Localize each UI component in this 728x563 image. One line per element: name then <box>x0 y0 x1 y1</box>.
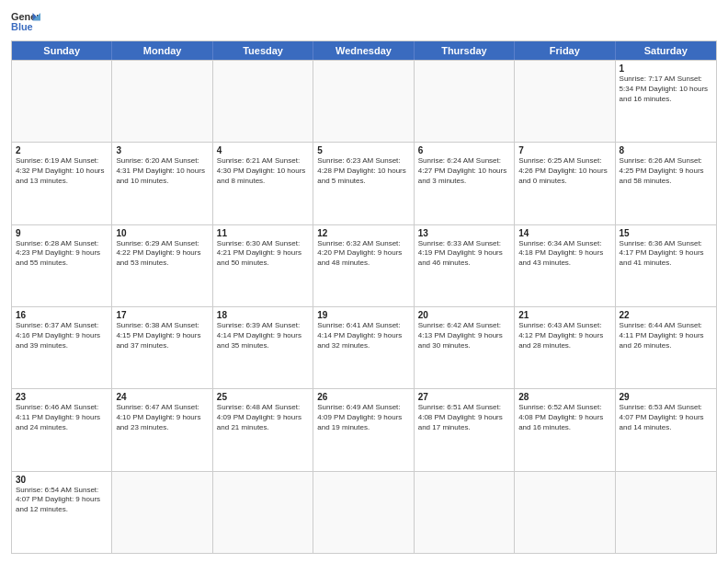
day-info: Sunrise: 6:29 AM Sunset: 4:22 PM Dayligh… <box>116 239 208 269</box>
day-cell: 10Sunrise: 6:29 AM Sunset: 4:22 PM Dayli… <box>112 225 212 306</box>
day-info: Sunrise: 6:33 AM Sunset: 4:19 PM Dayligh… <box>418 239 510 269</box>
day-cell <box>313 61 414 142</box>
day-info: Sunrise: 6:47 AM Sunset: 4:10 PM Dayligh… <box>116 403 208 432</box>
day-info: Sunrise: 6:51 AM Sunset: 4:08 PM Dayligh… <box>418 403 510 432</box>
day-info: Sunrise: 6:53 AM Sunset: 4:07 PM Dayligh… <box>620 403 712 432</box>
day-info: Sunrise: 6:25 AM Sunset: 4:26 PM Dayligh… <box>518 156 610 186</box>
day-info: Sunrise: 6:28 AM Sunset: 4:23 PM Dayligh… <box>16 239 108 269</box>
day-info: Sunrise: 6:39 AM Sunset: 4:14 PM Dayligh… <box>217 321 309 350</box>
day-cell: 9Sunrise: 6:28 AM Sunset: 4:23 PM Daylig… <box>12 225 112 306</box>
day-number: 25 <box>217 392 309 402</box>
day-info: Sunrise: 6:41 AM Sunset: 4:14 PM Dayligh… <box>317 321 409 350</box>
day-header-wednesday: Wednesday <box>313 41 414 60</box>
day-cell: 26Sunrise: 6:49 AM Sunset: 4:09 PM Dayli… <box>313 389 414 470</box>
day-cell: 20Sunrise: 6:42 AM Sunset: 4:13 PM Dayli… <box>415 307 515 388</box>
day-number: 21 <box>518 310 610 320</box>
day-info: Sunrise: 6:21 AM Sunset: 4:30 PM Dayligh… <box>217 156 309 186</box>
day-number: 18 <box>217 310 309 320</box>
day-info: Sunrise: 6:19 AM Sunset: 4:32 PM Dayligh… <box>16 156 108 186</box>
day-cell <box>112 472 212 553</box>
day-number: 26 <box>317 392 409 402</box>
day-cell: 3Sunrise: 6:20 AM Sunset: 4:31 PM Daylig… <box>112 143 212 224</box>
day-info: Sunrise: 6:20 AM Sunset: 4:31 PM Dayligh… <box>116 156 208 186</box>
day-cell: 16Sunrise: 6:37 AM Sunset: 4:16 PM Dayli… <box>12 307 112 388</box>
day-number: 2 <box>16 145 108 155</box>
calendar-body: 1Sunrise: 7:17 AM Sunset: 5:34 PM Daylig… <box>12 60 716 553</box>
day-cell: 1Sunrise: 7:17 AM Sunset: 5:34 PM Daylig… <box>616 61 716 142</box>
day-number: 11 <box>217 228 309 238</box>
logo: General Blue <box>11 9 40 35</box>
day-header-tuesday: Tuesday <box>213 41 313 60</box>
day-cell: 21Sunrise: 6:43 AM Sunset: 4:12 PM Dayli… <box>515 307 615 388</box>
day-info: Sunrise: 6:37 AM Sunset: 4:16 PM Dayligh… <box>16 321 108 350</box>
day-cell: 22Sunrise: 6:44 AM Sunset: 4:11 PM Dayli… <box>616 307 716 388</box>
day-cell: 12Sunrise: 6:32 AM Sunset: 4:20 PM Dayli… <box>313 225 414 306</box>
day-number: 16 <box>16 310 108 320</box>
day-number: 17 <box>116 310 208 320</box>
week-row-3: 9Sunrise: 6:28 AM Sunset: 4:23 PM Daylig… <box>12 224 716 306</box>
day-cell: 17Sunrise: 6:38 AM Sunset: 4:15 PM Dayli… <box>112 307 212 388</box>
week-row-2: 2Sunrise: 6:19 AM Sunset: 4:32 PM Daylig… <box>12 142 716 224</box>
day-info: Sunrise: 6:34 AM Sunset: 4:18 PM Dayligh… <box>518 239 610 269</box>
day-number: 24 <box>116 392 208 402</box>
day-number: 19 <box>317 310 409 320</box>
day-cell: 15Sunrise: 6:36 AM Sunset: 4:17 PM Dayli… <box>616 225 716 306</box>
day-cell <box>515 61 615 142</box>
day-header-friday: Friday <box>515 41 615 60</box>
day-info: Sunrise: 6:46 AM Sunset: 4:11 PM Dayligh… <box>16 403 108 432</box>
day-cell: 25Sunrise: 6:48 AM Sunset: 4:09 PM Dayli… <box>213 389 313 470</box>
logo-icon: General Blue <box>11 9 40 35</box>
day-cell <box>616 472 716 553</box>
week-row-1: 1Sunrise: 7:17 AM Sunset: 5:34 PM Daylig… <box>12 60 716 142</box>
day-cell: 28Sunrise: 6:52 AM Sunset: 4:08 PM Dayli… <box>515 389 615 470</box>
day-info: Sunrise: 6:24 AM Sunset: 4:27 PM Dayligh… <box>418 156 510 186</box>
day-info: Sunrise: 6:49 AM Sunset: 4:09 PM Dayligh… <box>317 403 409 432</box>
day-info: Sunrise: 6:36 AM Sunset: 4:17 PM Dayligh… <box>620 239 712 269</box>
day-number: 13 <box>418 228 510 238</box>
day-info: Sunrise: 6:48 AM Sunset: 4:09 PM Dayligh… <box>217 403 309 432</box>
day-number: 9 <box>16 228 108 238</box>
day-info: Sunrise: 7:17 AM Sunset: 5:34 PM Dayligh… <box>620 75 712 104</box>
day-number: 30 <box>16 475 108 485</box>
day-header-thursday: Thursday <box>415 41 515 60</box>
day-cell: 14Sunrise: 6:34 AM Sunset: 4:18 PM Dayli… <box>515 225 615 306</box>
day-cell <box>415 61 515 142</box>
day-number: 7 <box>518 145 610 155</box>
day-cell: 4Sunrise: 6:21 AM Sunset: 4:30 PM Daylig… <box>213 143 313 224</box>
day-number: 28 <box>518 392 610 402</box>
day-cell: 5Sunrise: 6:23 AM Sunset: 4:28 PM Daylig… <box>313 143 414 224</box>
day-info: Sunrise: 6:42 AM Sunset: 4:13 PM Dayligh… <box>418 321 510 350</box>
day-number: 6 <box>418 145 510 155</box>
day-cell <box>12 61 112 142</box>
day-number: 20 <box>418 310 510 320</box>
day-cell: 29Sunrise: 6:53 AM Sunset: 4:07 PM Dayli… <box>616 389 716 470</box>
day-cell: 24Sunrise: 6:47 AM Sunset: 4:10 PM Dayli… <box>112 389 212 470</box>
week-row-4: 16Sunrise: 6:37 AM Sunset: 4:16 PM Dayli… <box>12 306 716 388</box>
day-number: 23 <box>16 392 108 402</box>
calendar-page: General Blue SundayMondayTuesdayWednesda… <box>0 0 728 563</box>
day-number: 22 <box>620 310 712 320</box>
day-number: 4 <box>217 145 309 155</box>
week-row-6: 30Sunrise: 6:54 AM Sunset: 4:07 PM Dayli… <box>12 471 716 553</box>
day-cell: 23Sunrise: 6:46 AM Sunset: 4:11 PM Dayli… <box>12 389 112 470</box>
day-number: 29 <box>620 392 712 402</box>
day-number: 27 <box>418 392 510 402</box>
day-info: Sunrise: 6:54 AM Sunset: 4:07 PM Dayligh… <box>16 486 108 515</box>
day-cell: 30Sunrise: 6:54 AM Sunset: 4:07 PM Dayli… <box>12 472 112 553</box>
day-number: 1 <box>620 63 712 74</box>
day-info: Sunrise: 6:30 AM Sunset: 4:21 PM Dayligh… <box>217 239 309 269</box>
day-cell <box>213 61 313 142</box>
day-info: Sunrise: 6:32 AM Sunset: 4:20 PM Dayligh… <box>317 239 409 269</box>
day-header-saturday: Saturday <box>616 41 716 60</box>
day-number: 14 <box>518 228 610 238</box>
day-cell: 7Sunrise: 6:25 AM Sunset: 4:26 PM Daylig… <box>515 143 615 224</box>
day-cell: 13Sunrise: 6:33 AM Sunset: 4:19 PM Dayli… <box>415 225 515 306</box>
day-info: Sunrise: 6:52 AM Sunset: 4:08 PM Dayligh… <box>518 403 610 432</box>
day-cell: 19Sunrise: 6:41 AM Sunset: 4:14 PM Dayli… <box>313 307 414 388</box>
day-number: 3 <box>116 145 208 155</box>
day-cell: 27Sunrise: 6:51 AM Sunset: 4:08 PM Dayli… <box>415 389 515 470</box>
header: General Blue <box>11 9 717 35</box>
day-number: 5 <box>317 145 409 155</box>
day-number: 15 <box>620 228 712 238</box>
day-header-monday: Monday <box>112 41 212 60</box>
